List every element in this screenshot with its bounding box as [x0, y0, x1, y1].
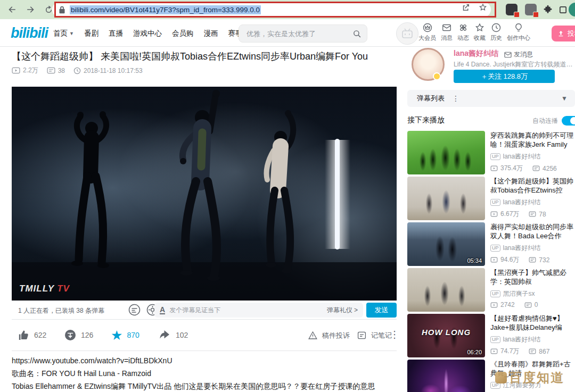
- clock-icon: [73, 67, 81, 74]
- browser-window-icon[interactable]: [557, 4, 569, 15]
- user-avatar[interactable]: [396, 22, 418, 45]
- video-thumbnail[interactable]: [407, 131, 485, 174]
- video-thumbnail[interactable]: [407, 177, 485, 220]
- danmaku-icon: [529, 348, 536, 354]
- share-page-icon[interactable]: [461, 3, 471, 12]
- extension-icon-2[interactable]: [525, 4, 537, 15]
- menu-history[interactable]: 历史: [490, 22, 502, 42]
- video-stats: 2742 0: [490, 301, 575, 308]
- extensions-puzzle-icon[interactable]: [542, 4, 554, 15]
- danmaku-etiquette-link[interactable]: 弹幕礼仪 >: [327, 306, 358, 315]
- report-button[interactable]: 稿件投诉: [308, 330, 350, 340]
- share-button[interactable]: 102: [159, 329, 188, 341]
- bookmark-star-icon[interactable]: [478, 3, 488, 12]
- recommended-video-4[interactable]: 【黑沼爽子】帅气减肥必学：英国帅叔Tobias+Eztwins双… UP黑沼爽子…: [407, 268, 575, 312]
- danmaku-display-icon[interactable]: [128, 303, 141, 316]
- send-message-link[interactable]: 发消息: [504, 50, 533, 59]
- note-button[interactable]: 记笔记: [357, 330, 392, 340]
- video-player[interactable]: TMILLYTV: [12, 87, 397, 301]
- extension-badge: [533, 12, 539, 18]
- nav-vip-shop[interactable]: 会员购: [172, 29, 194, 38]
- play-count-icon: [12, 67, 20, 74]
- description-line-url[interactable]: https://www.youtube.com/watch?v=iDftLBDk…: [12, 354, 397, 367]
- video-description: https://www.youtube.com/watch?v=iDftLBDk…: [12, 354, 397, 392]
- search-box[interactable]: [239, 24, 367, 43]
- video-thumbnail[interactable]: 05:34: [407, 222, 485, 266]
- favorite-star-icon: ★: [111, 329, 122, 341]
- search-input[interactable]: [247, 30, 352, 38]
- video-title[interactable]: 穿西装跳舞真的帅到不可理喻！混蛋家族Jerk Family亚…: [490, 131, 575, 149]
- menu-creative-center[interactable]: 创作中心: [507, 22, 530, 42]
- menu-dynamics[interactable]: 动态: [457, 22, 469, 42]
- video-thumbnail[interactable]: HOW LONG 06:20: [407, 314, 485, 357]
- uploader-name[interactable]: 黑沼爽子sx: [503, 289, 535, 298]
- favorite-button[interactable]: ★ 870: [111, 329, 139, 341]
- uploader-name[interactable]: lana酱好纠结: [503, 198, 541, 207]
- danmaku-icon: [529, 257, 536, 263]
- search-icon[interactable]: [352, 29, 362, 38]
- danmaku-input[interactable]: [169, 306, 327, 314]
- menu-messages[interactable]: 消息: [441, 22, 453, 42]
- autoplay-label: 自动连播: [532, 116, 558, 126]
- share-arrow-icon: [159, 329, 171, 341]
- uploader-name[interactable]: lana酱好纠结: [503, 244, 541, 253]
- danmaku-list-panel[interactable]: 弹幕列表 ⋮ ▼: [407, 90, 575, 107]
- browser-profile-avatar[interactable]: [569, 3, 575, 16]
- chevron-down-icon: ▼: [69, 31, 74, 36]
- view-count: 2.2万: [12, 66, 38, 75]
- recommended-video-3[interactable]: 05:34 裹得严实却超级欲的同步率双人舞！Bada Lee合作Hyun… UP…: [407, 222, 575, 266]
- upload-button[interactable]: 投稿: [552, 26, 575, 41]
- video-stats: 74.7万 867: [490, 347, 575, 356]
- video-stats: 6.67万 78: [490, 210, 575, 219]
- uploader-level-badge: [433, 72, 441, 80]
- coin-button[interactable]: 126: [64, 329, 93, 341]
- autoplay-toggle[interactable]: [562, 116, 575, 126]
- video-title[interactable]: 裹得严实却超级欲的同步率双人舞！Bada Lee合作Hyun…: [490, 222, 575, 240]
- bilibili-logo[interactable]: bilibili: [11, 25, 48, 41]
- warning-triangle-icon: [308, 330, 318, 340]
- uploader-name[interactable]: lana酱好纠结: [503, 152, 541, 161]
- recommended-video-5[interactable]: HOW LONG 06:20 【超好看虐狗情侣舞♥】Jake+腹肌妹Delane…: [407, 314, 575, 357]
- envelope-icon: [441, 22, 452, 33]
- recommended-video-2[interactable]: 【这个舞蹈超级帅】英国帅叔Tobias合作EZtwins控制… UPlana酱好…: [407, 177, 575, 220]
- uploader-name[interactable]: lana酱好纠结: [503, 335, 541, 344]
- uploader-bio: Life 4 Dance. Justjerk舞室官方转载频道…: [454, 60, 574, 69]
- video-thumbnail[interactable]: [407, 268, 485, 312]
- nav-anime[interactable]: 番剧: [84, 29, 98, 38]
- menu-favorites[interactable]: 收藏: [474, 22, 486, 42]
- browser-forward-icon[interactable]: [24, 4, 36, 15]
- nav-live[interactable]: 直播: [109, 29, 123, 38]
- thumbnail-text: HOW LONG: [407, 328, 485, 337]
- nav-home[interactable]: 首页▼: [53, 29, 74, 38]
- play-count-icon: [490, 348, 498, 354]
- danmaku-icon: [532, 165, 540, 171]
- menu-vip[interactable]: 大会员: [418, 22, 436, 42]
- panel-more-icon[interactable]: ⋮: [452, 94, 459, 103]
- video-stats: 375.4万 4256: [490, 164, 575, 173]
- video-thumbnail[interactable]: [407, 360, 485, 392]
- like-button[interactable]: 622: [17, 329, 46, 341]
- url-text[interactable]: bilibili.com/video/BV1ot411y7F3?spm_id_f…: [70, 5, 261, 14]
- more-options-icon[interactable]: ⋮: [390, 329, 399, 340]
- video-title[interactable]: 【黑沼爽子】帅气减肥必学：英国帅叔Tobias+Eztwins双…: [490, 268, 575, 286]
- nav-manga[interactable]: 漫画: [203, 29, 218, 38]
- address-bar[interactable]: bilibili.com/video/BV1ot411y7F3?spm_id_f…: [52, 2, 491, 17]
- extension-icon-1[interactable]: [506, 4, 518, 15]
- nav-game-center[interactable]: 游戏中心: [133, 29, 162, 38]
- recommended-video-1[interactable]: 穿西装跳舞真的帅到不可理喻！混蛋家族Jerk Family亚… UPlana酱好…: [407, 131, 575, 174]
- browser-back-icon[interactable]: [6, 4, 18, 15]
- chevron-down-icon[interactable]: ▼: [561, 95, 568, 102]
- play-count-icon: [490, 211, 498, 217]
- action-row: 622 126 ★ 870 102 稿件投诉 记笔记 ⋮: [12, 324, 397, 348]
- video-title[interactable]: 【超好看虐狗情侣舞♥】Jake+腹肌妹Delaney编舞…: [490, 314, 575, 332]
- danmaku-input-wrap: A 弹幕礼仪 >: [154, 303, 363, 318]
- uploader-name[interactable]: lana酱好纠结: [454, 49, 498, 59]
- video-title[interactable]: 【这个舞蹈超级帅】英国帅叔Tobias合作EZtwins控制…: [490, 177, 575, 195]
- tmilly-watermark: TMILLYTV: [19, 283, 70, 294]
- font-style-icon[interactable]: A: [160, 306, 165, 314]
- send-danmaku-button[interactable]: 发送: [366, 303, 397, 318]
- danmaku-icon: [529, 211, 536, 217]
- play-count-icon: [490, 302, 498, 308]
- clock-icon: [491, 22, 502, 33]
- follow-button[interactable]: ＋关注 128.8万: [454, 70, 555, 83]
